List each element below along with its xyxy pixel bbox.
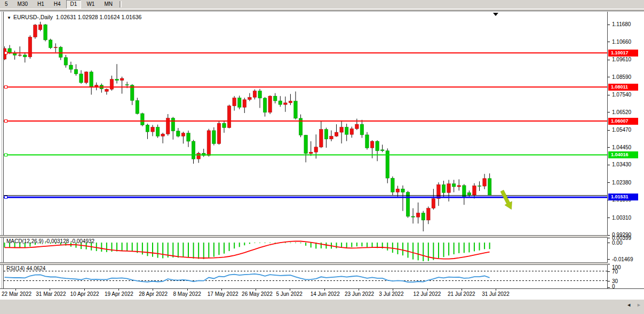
timeframe-toolbar: 5M30H1H4D1W1MN [0, 0, 644, 9]
hline-anchor[interactable] [5, 86, 7, 88]
timeframe-button-h1[interactable]: H1 [33, 0, 49, 9]
candle-body [467, 192, 471, 195]
candle-body [416, 213, 420, 218]
candle [54, 43, 58, 52]
candle-body [54, 47, 58, 48]
line-price-badge: 1.10017 [608, 50, 638, 57]
date-tick [256, 289, 256, 291]
candle [467, 191, 471, 198]
tab-scroll-right-icon[interactable]: ► [637, 302, 641, 308]
candle-body [18, 55, 22, 55]
candle [437, 182, 441, 206]
candle-body [28, 37, 32, 57]
candle-body [166, 118, 170, 134]
price-tick-label: 1.09610 [612, 57, 631, 62]
chart-title: ▼EURUSD-,Daily 1.02631 1.02928 1.01624 1… [7, 14, 141, 20]
rsi-tick-dash [608, 264, 610, 264]
symbol-dropdown-icon[interactable]: ▼ [7, 15, 11, 20]
hline-anchor[interactable] [5, 154, 7, 156]
candle [238, 96, 242, 110]
candle-body [268, 96, 272, 112]
price-tick-label: 1.04450 [612, 144, 631, 150]
timeframe-button-d1[interactable]: D1 [66, 0, 82, 9]
candle-body [23, 55, 27, 57]
candle-body [177, 131, 180, 136]
candle [299, 115, 303, 138]
candle [447, 180, 451, 202]
candle-body [263, 98, 267, 112]
hline-anchor[interactable] [5, 120, 7, 123]
candle [38, 22, 42, 31]
candle [248, 93, 252, 101]
candle [23, 52, 27, 62]
timeframe-button-mn[interactable]: MN [100, 0, 117, 9]
down-arrow-annotation[interactable] [500, 190, 512, 210]
hline-1.10017[interactable] [4, 52, 607, 54]
date-label: 31 Jul 2022 [482, 291, 510, 297]
hline-anchor[interactable] [5, 196, 7, 198]
candle [222, 120, 226, 133]
candle [105, 88, 109, 95]
candle-body [79, 74, 83, 83]
candle-body [197, 153, 201, 159]
rsi-tick-dash [608, 287, 610, 288]
candle-body [335, 132, 338, 136]
line-price-badge: 1.06007 [608, 118, 638, 125]
price-tick-dash [608, 130, 610, 131]
hline-1.04016[interactable] [4, 154, 607, 156]
candle [427, 206, 431, 224]
candle-body [365, 135, 369, 148]
candle [136, 98, 139, 114]
price-tick-dash [608, 147, 610, 148]
candle [330, 131, 333, 141]
candle [212, 127, 216, 146]
date-label: 19 Apr 2022 [105, 291, 133, 297]
price-tick-dash [608, 112, 610, 112]
candle [44, 24, 47, 42]
candle [416, 203, 420, 224]
tab-scroll-left-icon[interactable]: ◄ [626, 302, 631, 308]
candle [380, 144, 384, 152]
date-tick [118, 289, 119, 291]
date-tick [187, 289, 188, 291]
timeframe-button-5[interactable]: 5 [1, 0, 12, 9]
timeframe-button-w1[interactable]: W1 [82, 0, 99, 9]
price-axis[interactable]: 1.116801.106601.096101.085901.075401.065… [608, 11, 644, 299]
date-tick [393, 289, 393, 291]
candle-body [411, 216, 415, 217]
macd-tick-dash [608, 238, 610, 238]
date-label: 23 Jun 2022 [345, 291, 374, 297]
hline-1.01531[interactable] [4, 196, 607, 198]
candle-body [248, 98, 252, 100]
date-label: 26 May 2022 [242, 291, 273, 297]
candle [84, 71, 88, 84]
timeframe-button-m30[interactable]: M30 [13, 0, 32, 9]
candle-body [238, 98, 242, 108]
candle [187, 131, 190, 147]
candle-body [279, 101, 282, 104]
candle-body [314, 147, 318, 152]
candle [320, 121, 323, 148]
hline-1.06007[interactable] [4, 120, 607, 123]
candle-body [447, 184, 451, 193]
candle [284, 96, 288, 112]
rsi-panel-canvas[interactable] [4, 264, 607, 288]
candle [279, 96, 282, 107]
candle-body [442, 184, 446, 192]
date-label: 12 Jul 2022 [414, 291, 441, 297]
candle [386, 148, 389, 183]
hline-1.08011[interactable] [4, 86, 607, 88]
price-tick-dash [608, 77, 610, 77]
timeframe-button-h4[interactable]: H4 [50, 0, 65, 9]
candle [166, 114, 170, 136]
candle-body [452, 184, 456, 187]
candle-body [330, 136, 333, 139]
candle-body [488, 179, 491, 196]
candle [376, 140, 379, 161]
candle [177, 128, 180, 138]
time-axis[interactable]: 22 Mar 202231 Mar 202210 Apr 202219 Apr … [0, 288, 644, 300]
price-chart-canvas[interactable] [4, 12, 607, 235]
candle-body [59, 47, 63, 58]
hline-anchor[interactable] [5, 52, 7, 54]
date-label: 3 Jul 2022 [379, 291, 403, 297]
